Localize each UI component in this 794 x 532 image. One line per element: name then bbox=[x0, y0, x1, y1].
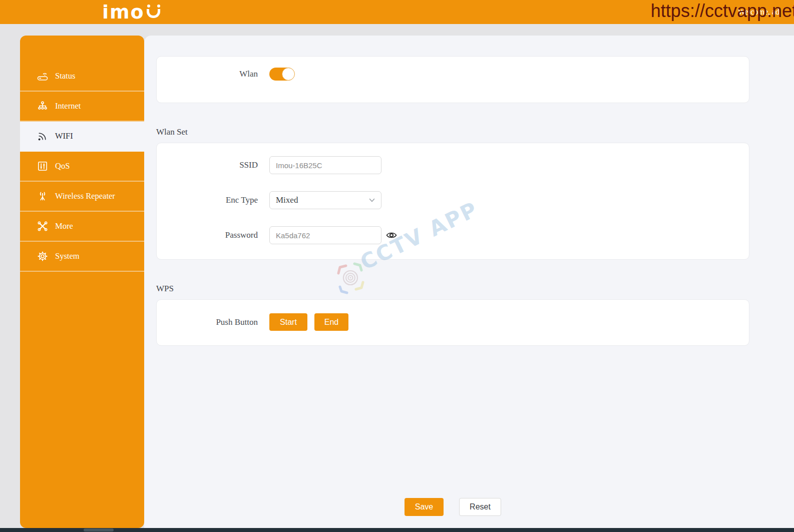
antenna-icon bbox=[37, 191, 48, 202]
sidebar-item-label: Status bbox=[55, 71, 75, 81]
horizontal-scrollbar[interactable] bbox=[0, 528, 794, 532]
gear-icon bbox=[37, 251, 48, 262]
logo-u-icon bbox=[147, 3, 161, 21]
sidebar-item-system[interactable]: System bbox=[20, 242, 144, 272]
sidebar-item-internet[interactable]: Internet bbox=[20, 92, 144, 122]
sidebar-item-qos[interactable]: QoS bbox=[20, 152, 144, 182]
sidebar-item-wifi[interactable]: WIFI bbox=[20, 122, 144, 152]
wlan-label: Wlan bbox=[157, 69, 269, 79]
sidebar-item-label: More bbox=[55, 221, 73, 231]
wps-start-button[interactable]: Start bbox=[269, 313, 307, 331]
sidebar-item-label: System bbox=[55, 251, 80, 261]
wps-card: Push Button Start End bbox=[156, 299, 749, 346]
chevron-down-icon bbox=[368, 196, 376, 204]
enc-type-label: Enc Type bbox=[157, 195, 269, 205]
sidebar-item-label: QoS bbox=[55, 161, 70, 171]
router-icon bbox=[37, 71, 48, 82]
sidebar-item-status[interactable]: Status bbox=[20, 62, 144, 92]
network-tree-icon bbox=[37, 101, 48, 112]
eye-icon[interactable] bbox=[386, 230, 397, 241]
sidebar-item-label: Wireless Repeater bbox=[55, 191, 115, 201]
wps-heading: WPS bbox=[156, 283, 749, 294]
logo-text: imo bbox=[102, 3, 145, 21]
top-bar: imo Welcome, ad bbox=[0, 0, 794, 24]
crossed-tools-icon bbox=[37, 221, 48, 232]
main-panel: Wlan Wlan Set SSID Enc Type Mixed Pass bbox=[144, 36, 794, 528]
ssid-label: SSID bbox=[157, 160, 269, 170]
wlan-card: Wlan bbox=[156, 56, 749, 103]
sidebar-item-wireless-repeater[interactable]: Wireless Repeater bbox=[20, 182, 144, 212]
wlan-set-card: SSID Enc Type Mixed Password bbox=[156, 143, 749, 260]
sidebar-item-more[interactable]: More bbox=[20, 212, 144, 242]
sidebar-item-label: WIFI bbox=[55, 131, 73, 141]
save-button[interactable]: Save bbox=[405, 498, 444, 516]
wlan-toggle[interactable] bbox=[269, 68, 294, 81]
enc-type-value: Mixed bbox=[276, 195, 298, 205]
wifi-icon bbox=[37, 131, 48, 142]
sidebar: Status Internet WIFI bbox=[20, 36, 144, 528]
sliders-icon bbox=[37, 161, 48, 172]
form-actions: Save Reset bbox=[156, 498, 749, 516]
push-button-label: Push Button bbox=[157, 317, 269, 327]
enc-type-select[interactable]: Mixed bbox=[269, 191, 381, 209]
horizontal-scrollbar-thumb[interactable] bbox=[84, 528, 114, 531]
welcome-text: Welcome, ad bbox=[738, 8, 779, 17]
wps-end-button[interactable]: End bbox=[314, 313, 348, 331]
sidebar-item-label: Internet bbox=[55, 101, 81, 111]
reset-button[interactable]: Reset bbox=[459, 498, 501, 516]
ssid-input[interactable] bbox=[269, 156, 381, 174]
password-input[interactable] bbox=[269, 226, 381, 244]
wlan-set-heading: Wlan Set bbox=[156, 127, 749, 137]
imou-logo: imo bbox=[102, 3, 161, 21]
password-label: Password bbox=[157, 230, 269, 240]
